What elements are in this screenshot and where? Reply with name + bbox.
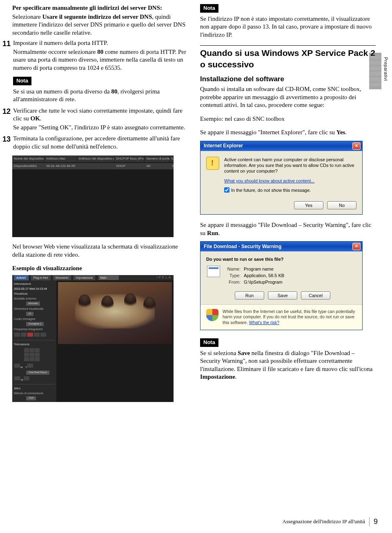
cam-btn-4[interactable] — [40, 333, 46, 337]
ie-dialog-message: Active content can harm your computer or… — [224, 157, 356, 174]
close-icon[interactable]: × — [352, 243, 361, 250]
camview-topbar: ActiveX Plug-in free Strumento Impostazi… — [12, 275, 174, 280]
ie-no-button[interactable]: No — [327, 201, 356, 209]
nota3-text: Se si seleziona Save nella finestra di d… — [200, 349, 376, 381]
file-icon — [207, 266, 220, 277]
camview-onepush-btn[interactable]: One Push Focus — [26, 371, 49, 375]
ie-dialog-checkbox-label: In the future, do not show this message. — [231, 187, 311, 193]
fd-dialog-question: Do you want to run or save this file? — [200, 251, 362, 265]
device-list-header: Nome del dispositivo Indirizzo Mac Indir… — [12, 155, 174, 162]
ie-dialog-link[interactable]: What you should know about active conten… — [224, 178, 356, 184]
ie-yes-button[interactable]: Yes — [294, 201, 323, 209]
camview-tab-settings[interactable]: Impostazione — [74, 275, 96, 280]
h2-winxp: Quando si usa Windows XP Service Pack 2 … — [200, 45, 376, 70]
ie-dialog-titlebar: Internet Explorer × — [200, 141, 362, 151]
step-13-num: 13 — [1, 135, 11, 144]
right-column: Nota Se l'indirizzo IP non è stato impos… — [200, 4, 376, 382]
nota-badge-2: Nota — [200, 4, 218, 13]
page-footer: Assegnazione dell'indirizzo IP all'unità… — [283, 517, 378, 526]
fd-run-button[interactable]: Run — [235, 291, 264, 300]
cam-btn-1[interactable] — [14, 333, 20, 337]
fd-name-value: Program name — [244, 266, 356, 272]
step-12-line2: Se appare "Setting OK", l'indirizzo IP è… — [13, 124, 188, 132]
camview-main — [56, 280, 174, 402]
fd-risk-link[interactable]: What's the risk? — [249, 320, 279, 325]
example-heading: Esempio di visualizzazione — [12, 264, 188, 273]
camview-ptz-pad[interactable] — [24, 348, 55, 361]
fd-save-button[interactable]: Save — [268, 291, 297, 300]
nota1-text: Se si usa un numero di porta diverso da … — [13, 88, 188, 104]
page-number: 9 — [369, 517, 378, 526]
install-text: Quando si installa un software dal CD-RO… — [200, 85, 376, 109]
shield-icon — [206, 309, 218, 321]
camview-sidebar: Informazioni 2010-03-17 Wed 14:13:44 Vis… — [12, 280, 56, 402]
step-12-num: 12 — [1, 107, 11, 116]
step-13-text: Terminata la configurazione, per acceder… — [13, 135, 188, 151]
ie-dialog-checkbox[interactable] — [224, 187, 229, 193]
fd-type-value: Application, 58.5 KB — [244, 273, 356, 278]
camview-img1-btn[interactable]: Immagine 1 — [26, 322, 44, 326]
filedownload-dialog: File Download - Security Warning × Do yo… — [200, 241, 363, 330]
camview-logo: IPELA — [156, 275, 172, 280]
close-icon[interactable]: × — [352, 142, 361, 150]
left-column: Per specificare manualmente gli indirizz… — [12, 4, 188, 382]
camview-select[interactable]: Main — [98, 275, 118, 280]
fd-cancel-button[interactable]: Cancel — [301, 291, 330, 300]
camview-encodra-btn[interactable]: Encodra — [26, 302, 40, 306]
browser-text: Nel browser Web viene visualizzata la sc… — [12, 243, 188, 259]
cam-btn-rec[interactable] — [27, 333, 33, 337]
step-11-line1: Impostare il numero della porta HTTP. — [13, 39, 188, 47]
device-list-row: Dispositivo0001 00-01-4A-CD-46-59 DHCP 8… — [12, 163, 174, 169]
ie-dialog: Internet Explorer × Active content can h… — [200, 141, 363, 215]
camview-tab-pluginfree[interactable]: Plug-in free — [31, 275, 51, 280]
fd-dialog-titlebar: File Download - Security Warning × — [200, 242, 362, 251]
side-tab-label: Preparativi — [383, 57, 389, 81]
nota-badge-3: Nota — [200, 338, 218, 347]
fd-instruction: Se appare il messaggio "File Download – … — [200, 221, 376, 237]
footer-text: Assegnazione dell'indirizzo IP all'unità — [283, 518, 365, 525]
camview-video — [58, 282, 172, 344]
camview-tab-tool[interactable]: Strumento — [53, 275, 71, 280]
step-12-line1: Verificare che tutte le voci siano corre… — [13, 107, 188, 123]
fd-dialog-title: File Download - Security Warning — [204, 244, 281, 250]
fd-warning-text: While files from the Internet can be use… — [223, 309, 356, 326]
step-11-num: 11 — [1, 39, 11, 49]
ie-dialog-title: Internet Explorer — [204, 143, 243, 149]
camview-x1-btn[interactable]: x1 — [26, 312, 33, 316]
dns-body-pre: Selezionare — [12, 13, 42, 20]
nota2-text: Se l'indirizzo IP non è stato impostato … — [200, 15, 376, 39]
device-list-screenshot: Nome del dispositivo Indirizzo Mac Indir… — [12, 155, 174, 237]
camview-tcp-btn[interactable]: TCP — [26, 396, 36, 400]
camview-tab-activex[interactable]: ActiveX — [14, 275, 29, 280]
cam-btn-3[interactable] — [34, 333, 40, 337]
example-snc: Esempio: nel caso di SNC toolbox — [200, 115, 376, 123]
nota-badge-1: Nota — [13, 77, 31, 85]
dns-body: Selezionare Usare il seguente indirizzo … — [12, 13, 188, 37]
side-marker-bars — [369, 53, 381, 90]
dns-heading: Per specificare manualmente gli indirizz… — [12, 4, 188, 12]
step-11-line2: Normalmente occorre selezionare 80 come … — [13, 48, 188, 72]
fd-from-value: G:\IpSetupProgram — [244, 279, 356, 285]
dns-body-bold: Usare il seguente indirizzo del server D… — [42, 13, 152, 20]
cam-btn-2[interactable] — [21, 333, 27, 337]
h3-install: Installazione del software — [200, 75, 376, 84]
warning-icon — [206, 157, 219, 170]
ie-instruction: Se appare il messaggio "Internet Explore… — [200, 129, 376, 137]
camera-viewer-screenshot: ActiveX Plug-in free Strumento Impostazi… — [12, 275, 174, 362]
